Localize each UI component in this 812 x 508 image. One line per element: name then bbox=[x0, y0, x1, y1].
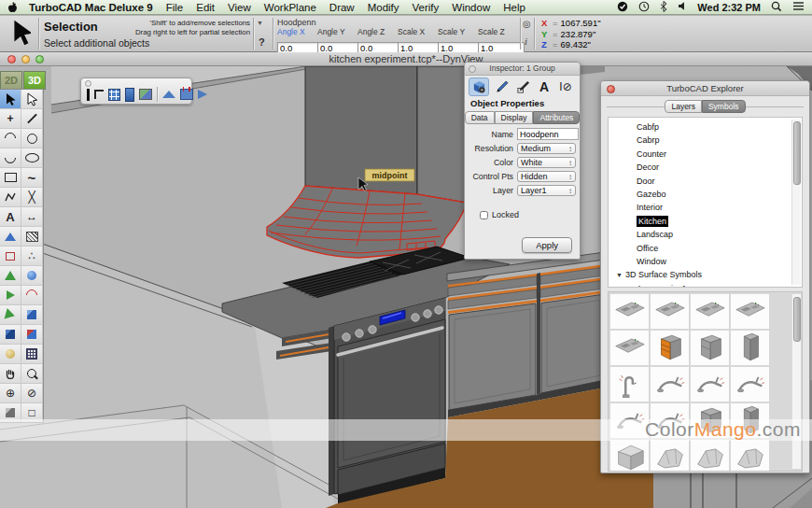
pan-tool[interactable] bbox=[0, 364, 21, 383]
brush-properties-icon[interactable] bbox=[513, 78, 532, 95]
apple-menu-icon[interactable] bbox=[7, 2, 18, 13]
symbol-thumbnail-cab-tall[interactable] bbox=[731, 331, 769, 365]
open-select-tool[interactable] bbox=[21, 90, 42, 108]
list-item[interactable]: Decor bbox=[609, 161, 802, 174]
text-properties-icon[interactable]: A bbox=[535, 78, 553, 95]
window-tool-icon[interactable] bbox=[108, 89, 120, 101]
list-scrollbar[interactable] bbox=[791, 120, 801, 285]
roof-tool-icon[interactable] bbox=[162, 91, 175, 98]
inspector-title-bar[interactable]: Inspector: 1 Group bbox=[465, 63, 580, 76]
tool-flyout-button[interactable]: ▼ bbox=[257, 20, 263, 26]
list-item[interactable]: Cabfp bbox=[609, 120, 802, 134]
menu-clock[interactable]: Wed 2:32 PM bbox=[697, 2, 761, 13]
tab-data[interactable]: Data bbox=[465, 111, 495, 124]
list-item[interactable]: Cabrp bbox=[609, 134, 802, 147]
point-tool[interactable]: + bbox=[0, 109, 21, 128]
symbol-thumbnail-paneltop[interactable] bbox=[610, 331, 649, 365]
menu-edit[interactable]: Edit bbox=[196, 2, 215, 13]
menu-view[interactable]: View bbox=[228, 2, 251, 13]
intersect-tool[interactable] bbox=[21, 325, 42, 344]
symbol-thumbnail-faucet-b[interactable] bbox=[731, 367, 769, 402]
sphere-tool[interactable] bbox=[21, 266, 42, 285]
surface-tool[interactable] bbox=[0, 227, 21, 246]
disclosure-triangle-icon[interactable]: ▼ bbox=[616, 269, 625, 282]
explorer-close-button[interactable] bbox=[607, 85, 615, 93]
apply-button[interactable]: Apply bbox=[522, 237, 572, 253]
list-item[interactable]: Landscap bbox=[609, 228, 802, 241]
symbol-thumbnail-hood[interactable] bbox=[731, 440, 769, 472]
locked-checkbox[interactable] bbox=[480, 211, 488, 219]
layer-dropdown[interactable]: Layer1↕ bbox=[517, 185, 576, 196]
spline-tool[interactable]: ~ bbox=[21, 168, 42, 187]
list-item-selected[interactable]: Kitchen bbox=[609, 215, 802, 228]
sweep-tool[interactable] bbox=[0, 305, 21, 324]
curve-tool[interactable] bbox=[0, 148, 21, 167]
symbol-thumbnail-paneltop[interactable] bbox=[610, 294, 649, 329]
arc-tool[interactable] bbox=[0, 129, 21, 148]
list-item[interactable]: Door bbox=[609, 175, 802, 188]
line-tool[interactable] bbox=[21, 109, 42, 128]
info-icon[interactable]: i bbox=[525, 35, 527, 47]
orbit-tool[interactable]: ⊕ bbox=[0, 384, 21, 402]
cross-erase-tool[interactable]: ╳ bbox=[21, 188, 42, 206]
clock-menu-icon[interactable] bbox=[638, 1, 650, 14]
subtract-tool[interactable] bbox=[0, 325, 21, 344]
control-pts-dropdown[interactable]: Hidden↕ bbox=[517, 171, 576, 182]
shell-tool[interactable] bbox=[0, 345, 21, 363]
object-properties-icon[interactable] bbox=[469, 78, 489, 96]
list-item[interactable]: Gazebo bbox=[609, 188, 802, 201]
symbol-thumbnail-cab[interactable] bbox=[691, 331, 729, 365]
ellipse-tool[interactable] bbox=[21, 148, 42, 167]
opening-tool-icon[interactable] bbox=[139, 89, 152, 100]
list-item[interactable]: Window bbox=[609, 255, 802, 268]
symbol-thumbnail-faucet-b[interactable] bbox=[651, 367, 689, 402]
inspector-close-button[interactable] bbox=[469, 65, 476, 73]
symbol-thumbnail-cab-tall[interactable] bbox=[731, 403, 769, 438]
polyline-tool[interactable] bbox=[0, 188, 21, 206]
tab-display[interactable]: Display bbox=[495, 111, 534, 124]
palette-close-button[interactable] bbox=[85, 80, 91, 87]
target-icon[interactable]: ◎ bbox=[523, 19, 531, 29]
revolve-tool[interactable] bbox=[21, 286, 42, 304]
rectangle-tool[interactable] bbox=[0, 168, 21, 187]
symbol-thumbnail-box-light[interactable] bbox=[610, 440, 649, 472]
look-tool[interactable]: ⊘ bbox=[21, 384, 42, 402]
render-mode-tool[interactable] bbox=[0, 403, 21, 422]
menu-verify[interactable]: Verify bbox=[413, 2, 440, 13]
symbol-thumbnail-hood[interactable] bbox=[651, 440, 689, 472]
profile-tool[interactable] bbox=[0, 247, 21, 265]
grid-scrollbar[interactable] bbox=[791, 294, 801, 469]
symbol-thumbnail-faucet-a[interactable] bbox=[610, 367, 649, 402]
symbol-thumbnail-paneltop[interactable] bbox=[731, 294, 769, 329]
tab-layers[interactable]: Layers bbox=[665, 100, 702, 113]
notification-center-icon[interactable] bbox=[792, 1, 805, 13]
mode-2d-button[interactable]: 2D bbox=[0, 71, 22, 90]
sync-menu-icon[interactable] bbox=[617, 1, 628, 14]
hatch-tool[interactable] bbox=[21, 227, 42, 246]
menu-workplane[interactable]: WorkPlane bbox=[264, 2, 316, 13]
scrollbar-thumb[interactable] bbox=[793, 121, 801, 185]
array-tool[interactable] bbox=[21, 345, 42, 363]
symbol-thumbnail-paneltop[interactable] bbox=[651, 294, 689, 329]
node-edit-tool[interactable]: ∴ bbox=[21, 247, 42, 265]
menu-window[interactable]: Window bbox=[452, 2, 490, 13]
menu-modify[interactable]: Modify bbox=[368, 2, 399, 13]
symbol-thumbnail-cab[interactable] bbox=[691, 403, 729, 438]
symbol-thumbnail-hood[interactable] bbox=[691, 440, 729, 472]
corner-wall-tool-icon[interactable] bbox=[94, 90, 104, 99]
bluetooth-menu-icon[interactable] bbox=[660, 1, 667, 14]
list-item[interactable]: Accessories1 bbox=[609, 282, 802, 288]
tool-help-button[interactable]: ? bbox=[259, 36, 265, 48]
circle-tool[interactable] bbox=[21, 129, 42, 148]
symbol-thumbnail-paneltop[interactable] bbox=[691, 294, 729, 329]
list-item[interactable]: Office bbox=[609, 242, 802, 255]
list-item[interactable]: Interior bbox=[609, 201, 802, 214]
wall-height-tool-icon[interactable] bbox=[180, 89, 193, 100]
volume-menu-icon[interactable] bbox=[678, 1, 687, 13]
symbol-thumbnail-faucet-b[interactable] bbox=[691, 367, 729, 402]
list-section-3d-surface-symbols[interactable]: ▼3D Surface Symbols bbox=[609, 268, 802, 281]
menu-file[interactable]: File bbox=[166, 2, 184, 13]
text-tool[interactable]: A bbox=[0, 207, 21, 226]
mode-3d-button[interactable]: 3D bbox=[23, 71, 46, 90]
extrude-tool[interactable] bbox=[0, 286, 21, 304]
